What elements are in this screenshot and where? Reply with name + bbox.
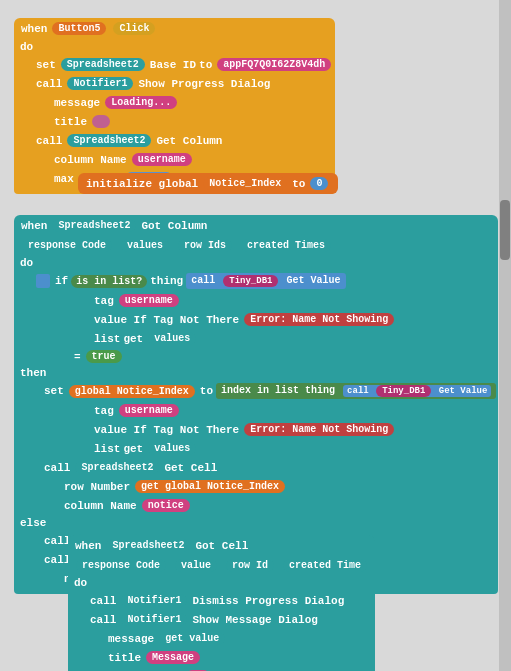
- when-label4: when: [75, 540, 101, 552]
- values-var-pill[interactable]: values: [148, 332, 196, 345]
- notice-index-pill[interactable]: Notice_Index: [203, 177, 287, 190]
- value-if2-row: value If Tag Not There Error: Name Not S…: [14, 420, 498, 439]
- scrollbar[interactable]: [499, 0, 511, 671]
- created-time-pill: created Time: [283, 559, 367, 572]
- true-pill: true: [86, 350, 122, 363]
- canvas: when Button5 Click do set Spreadsheet2 B…: [0, 0, 511, 671]
- to-label1: to: [199, 59, 212, 71]
- response-code4-pill: response Code: [76, 559, 166, 572]
- zero-pill: 0: [310, 177, 328, 190]
- list-row: list get values: [14, 329, 498, 348]
- spreadsheet3-pill[interactable]: Spreadsheet2: [52, 219, 136, 232]
- column-name-row: column Name username: [14, 150, 335, 169]
- call-label4: call: [90, 595, 116, 607]
- notice-pill: notice: [142, 499, 190, 512]
- row-number-label: row Number: [64, 481, 130, 493]
- tinydb2-pill-inline[interactable]: Tiny_DB1: [376, 385, 431, 397]
- title-empty-pill: [92, 115, 110, 128]
- if-row: if is in list? thing call Tiny_DB1 Get V…: [14, 271, 498, 291]
- spreadsheet2-pill[interactable]: Spreadsheet2: [61, 58, 145, 71]
- do-label3: do: [20, 257, 33, 269]
- call-dismiss4-row: call Notifier1 Dismiss Progress Dialog: [68, 591, 375, 610]
- list2-label: list: [94, 443, 120, 455]
- is-in-list-pill: is in list?: [71, 275, 147, 288]
- msg-getval-row: message get value: [68, 629, 375, 648]
- params-row4: response Code value row Id created Time: [68, 556, 375, 575]
- username-tag-pill: username: [119, 294, 179, 307]
- index-in-list-block: index in list thing call Tiny_DB1 Get Va…: [216, 383, 496, 399]
- set-row: set Spreadsheet2 Base ID to appFQ7Q0I62Z…: [14, 55, 335, 74]
- message-label4: message: [108, 633, 154, 645]
- do-row: do: [14, 39, 335, 55]
- value-if2-label: value If Tag Not There: [94, 424, 239, 436]
- then-label: then: [20, 367, 46, 379]
- list2-row: list get values: [14, 439, 498, 458]
- show-progress-label: Show Progress Dialog: [138, 78, 270, 90]
- scrollbar-thumb[interactable]: [500, 200, 510, 260]
- tinydb1-pill-inline[interactable]: Tiny_DB1: [223, 275, 278, 287]
- spreadsheet4-pill[interactable]: Spreadsheet2: [106, 539, 190, 552]
- set-label: set: [36, 59, 56, 71]
- do-row3: do: [14, 255, 498, 271]
- notifier1-pill[interactable]: Notifier1: [67, 77, 133, 90]
- created-times-pill: created Times: [241, 239, 331, 252]
- do-label4: do: [74, 577, 87, 589]
- set-label3: set: [44, 385, 64, 397]
- response-code-pill: response Code: [22, 239, 112, 252]
- spreadsheet3b-pill[interactable]: Spreadsheet2: [75, 461, 159, 474]
- init-global-block: initialize global Notice_Index to 0: [78, 173, 338, 194]
- get-global-pill[interactable]: get global Notice_Index: [135, 480, 285, 493]
- notifier5-pill[interactable]: Notifier1: [121, 613, 187, 626]
- got-columns-label: Got Column: [141, 220, 207, 232]
- hat-got-column: when Spreadsheet2 Got Column: [14, 215, 498, 236]
- do-label: do: [20, 41, 33, 53]
- call3-label: call: [44, 462, 70, 474]
- when-label2: when: [21, 220, 47, 232]
- when-got-cell-block: when Spreadsheet2 Got Cell response Code…: [68, 535, 375, 671]
- call-label2: call: [36, 135, 62, 147]
- get-value-pill[interactable]: get value: [159, 632, 225, 645]
- list-label: list: [94, 333, 120, 345]
- dismiss4-label: Dismiss Progress Dialog: [192, 595, 344, 607]
- params-row: response Code values row Ids created Tim…: [14, 236, 498, 255]
- when-button5-block: when Button5 Click do set Spreadsheet2 B…: [14, 18, 335, 194]
- call-notifier-row: call Notifier1 Show Progress Dialog: [14, 74, 335, 93]
- notifier4-pill[interactable]: Notifier1: [121, 594, 187, 607]
- get-cell-label: Get Cell: [164, 462, 217, 474]
- do-row4: do: [68, 575, 375, 591]
- do-icon: [36, 274, 50, 288]
- message-label1: message: [54, 97, 100, 109]
- call-tiny-inline: call Tiny_DB1 Get Value: [186, 273, 345, 289]
- appid-pill: appFQ7Q0I62Z8V4dh: [217, 58, 331, 71]
- init-label: initialize global: [86, 178, 198, 190]
- tag2-row: tag username: [14, 401, 498, 420]
- global-notice-pill[interactable]: global Notice_Index: [69, 385, 195, 398]
- spreadsheet2b-pill[interactable]: Spreadsheet2: [67, 134, 151, 147]
- click-pill: Click: [113, 22, 155, 35]
- call4-label: call: [44, 535, 70, 547]
- value-if-row: value If Tag Not There Error: Name Not S…: [14, 310, 498, 329]
- get-column-label: Get Column: [156, 135, 222, 147]
- tag-label: tag: [94, 295, 114, 307]
- else-row: else: [14, 515, 498, 531]
- call5-label: call: [44, 554, 70, 566]
- title-msg-row: title Message: [68, 648, 375, 667]
- then-row: then: [14, 365, 498, 381]
- username-tag2-pill: username: [119, 404, 179, 417]
- error-name-pill: Error: Name Not Showing: [244, 313, 394, 326]
- show-message-label: Show Message Dialog: [192, 614, 317, 626]
- get-label: get: [123, 333, 143, 345]
- col-name-notice-row: column Name notice: [14, 496, 498, 515]
- thing-label: thing: [150, 275, 183, 287]
- message-row: message Loading...: [14, 93, 335, 112]
- value-label-pill: value: [175, 559, 217, 572]
- to-label2: to: [292, 178, 305, 190]
- hat-got-cell: when Spreadsheet2 Got Cell: [68, 535, 375, 556]
- tag2-label: tag: [94, 405, 114, 417]
- btn-text-row: button Text Ok: [68, 667, 375, 671]
- column-name-label: column Name: [54, 154, 127, 166]
- rowids-pill: row Ids: [178, 239, 232, 252]
- else-label: else: [20, 517, 46, 529]
- values-var2-pill[interactable]: values: [148, 442, 196, 455]
- button5-pill[interactable]: Button5: [52, 22, 106, 35]
